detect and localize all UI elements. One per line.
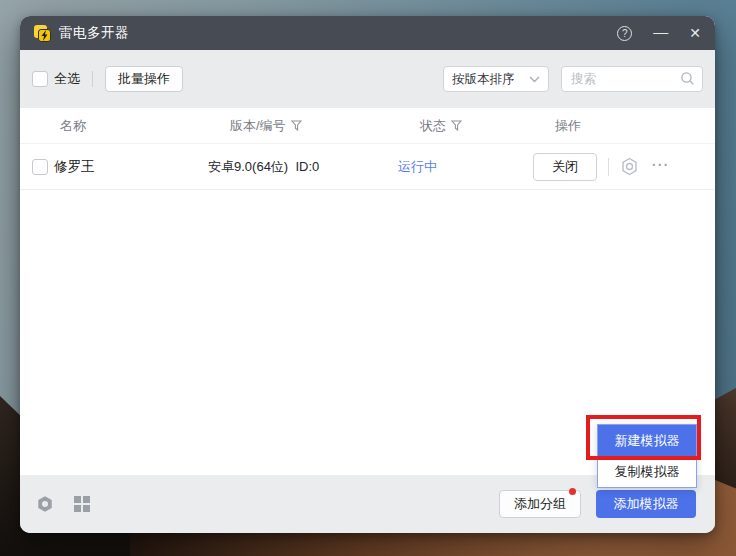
toolbar: 全选 批量操作 按版本排序 [20, 50, 715, 108]
settings-nut-icon[interactable] [620, 157, 639, 176]
column-header-version: 版本/编号 [230, 117, 420, 135]
help-icon[interactable]: ? [617, 26, 632, 41]
app-logo-icon [34, 25, 51, 42]
select-all-label[interactable]: 全选 [54, 70, 80, 88]
close-emulator-button[interactable]: 关闭 [533, 153, 597, 181]
more-options-icon[interactable]: ⋯ [651, 156, 669, 173]
emulator-version: 安卓9.0(64位) ID:0 [208, 158, 398, 176]
lightning-icon [40, 30, 49, 41]
column-header-status: 状态 [420, 117, 555, 135]
column-header-name: 名称 [60, 117, 230, 135]
emulator-name: 修罗王 [54, 158, 95, 176]
row-checkbox[interactable] [32, 159, 48, 175]
toolbar-divider [92, 71, 93, 87]
emulator-row[interactable]: 修罗王 安卓9.0(64位) ID:0 运行中 关闭 ⋯ [20, 144, 715, 190]
select-all-checkbox[interactable] [32, 71, 48, 87]
sort-dropdown-value: 按版本排序 [452, 71, 515, 88]
annotation-highlight-rectangle [586, 415, 701, 460]
filter-funnel-icon[interactable] [451, 120, 462, 131]
operation-divider [608, 158, 609, 176]
title-bar: 雷电多开器 ? — ✕ [20, 16, 715, 50]
status-badge: 运行中 [398, 158, 533, 176]
sort-dropdown[interactable]: 按版本排序 [443, 66, 549, 92]
add-group-button[interactable]: 添加分组 [499, 490, 581, 518]
notification-dot [569, 488, 576, 495]
window-title: 雷电多开器 [59, 24, 129, 42]
desktop-background: 雷电多开器 ? — ✕ 全选 批量操作 按版本排序 [0, 0, 736, 556]
search-box [561, 66, 703, 92]
batch-operations-button[interactable]: 批量操作 [105, 66, 183, 92]
column-header-operation: 操作 [555, 117, 715, 135]
grid-view-icon[interactable] [74, 496, 90, 512]
search-icon [680, 71, 695, 86]
settings-gear-icon[interactable] [36, 495, 54, 513]
minimize-icon[interactable]: — [653, 24, 668, 39]
close-icon[interactable]: ✕ [689, 26, 701, 40]
menu-item-copy-emulator[interactable]: 复制模拟器 [598, 456, 696, 487]
add-emulator-button[interactable]: 添加模拟器 [596, 490, 696, 518]
table-header: 名称 版本/编号 状态 操作 [20, 108, 715, 144]
chevron-down-icon [529, 76, 540, 83]
filter-funnel-icon[interactable] [291, 120, 302, 131]
